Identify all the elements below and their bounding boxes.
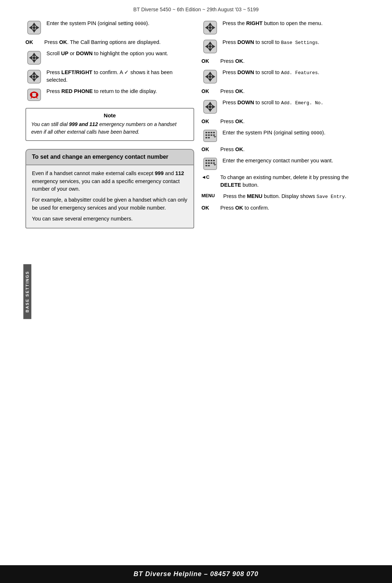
instruction-text: Press the RIGHT button to open the menu. (222, 20, 370, 27)
instruction-text: To change an existing number, delete it … (220, 174, 370, 189)
instruction-row: Press DOWN to scroll to Add. Emerg. No. (201, 99, 370, 114)
phone-icon-cell (25, 88, 43, 101)
svg-rect-63 (208, 160, 210, 161)
instruction-text: Press the MENU button. Display shows Sav… (223, 193, 370, 201)
page-footer: BT Diverse Helpline – 08457 908 070 (0, 565, 392, 583)
keypad-icon (203, 158, 217, 170)
nav-circle-icon (203, 100, 217, 114)
section-heading-text: To set and change an emergency contact n… (32, 153, 188, 161)
main-content: Enter the system PIN (original setting 0… (0, 16, 392, 236)
svg-rect-55 (208, 134, 210, 136)
ok-label: OK (25, 39, 41, 45)
delete-c-label: ◄C (201, 174, 217, 180)
nav-circle-icon (27, 69, 41, 84)
nav-icon-cell (201, 20, 219, 35)
instruction-text: Enter the system PIN (original setting 0… (46, 20, 194, 28)
instruction-text: Press OK. (220, 146, 370, 153)
svg-rect-69 (213, 162, 215, 164)
instruction-text: Press RED PHONE to return to the idle di… (46, 88, 194, 95)
svg-rect-71 (208, 165, 210, 166)
instruction-row: MENU Press the MENU button. Display show… (201, 193, 370, 201)
instruction-row: OK Press OK. The Call Barring options ar… (25, 39, 194, 46)
keypad-icon-cell (201, 157, 219, 170)
instruction-row: Press DOWN to scroll to Base Settings. (201, 39, 370, 54)
side-tab: BASE SETTINGS (23, 264, 31, 319)
red-phone-icon (27, 88, 41, 101)
note-title: Note (31, 112, 188, 118)
svg-rect-64 (211, 160, 212, 161)
section-para-2: For example, a babysitter could be given… (32, 196, 188, 212)
svg-point-48 (209, 105, 212, 108)
svg-point-11 (33, 56, 36, 59)
svg-rect-70 (205, 165, 207, 166)
nav-icon-cell (201, 99, 219, 114)
instruction-text: Scroll UP or DOWN to highlight the optio… (46, 50, 194, 57)
svg-point-30 (209, 26, 212, 29)
instruction-text: Press OK. (220, 88, 370, 95)
section-heading-box: To set and change an emergency contact n… (25, 149, 194, 165)
svg-rect-52 (211, 132, 212, 133)
instruction-row: Press LEFT/RIGHT to confirm. A ✓ shows i… (25, 69, 194, 84)
svg-rect-50 (205, 132, 207, 133)
section-body-box: Even if a handset cannot make external c… (25, 165, 194, 229)
nav-circle-icon (27, 20, 41, 35)
section-para-1: Even if a handset cannot make external c… (32, 170, 188, 193)
svg-rect-53 (213, 132, 215, 133)
svg-rect-56 (211, 134, 212, 136)
keypad-icon (203, 130, 217, 142)
svg-point-17 (33, 75, 36, 78)
svg-rect-54 (205, 134, 207, 136)
svg-rect-68 (211, 162, 212, 164)
note-box: Note You can still dial 999 and 112 emer… (25, 108, 194, 141)
ok-label: OK (201, 57, 217, 64)
section-para-3: You can save several emergency numbers. (32, 215, 188, 223)
ok-label: OK (201, 118, 217, 124)
instruction-row: OK Press OK. (201, 88, 370, 95)
instruction-text: Enter the system PIN (original setting 0… (222, 129, 370, 137)
svg-point-42 (209, 75, 212, 78)
instruction-row: OK Press OK. (201, 118, 370, 125)
nav-icon-cell (201, 39, 219, 54)
nav-circle-icon (27, 50, 41, 65)
nav-circle-icon (203, 69, 217, 84)
instruction-row: OK Press OK. (201, 57, 370, 65)
instruction-row: Enter the system PIN (original setting 0… (25, 20, 194, 35)
keypad-icon-cell (201, 129, 219, 142)
instruction-row: ◄C To change an existing number, delete … (201, 174, 370, 189)
instruction-text: Enter the emergency contact number you w… (222, 157, 370, 165)
instruction-row: Press RED PHONE to return to the idle di… (25, 88, 194, 101)
instruction-text: Press LEFT/RIGHT to confirm. A ✓ shows i… (46, 69, 194, 84)
instruction-text: Press OK. (220, 118, 370, 125)
svg-rect-59 (208, 137, 210, 138)
instruction-row: Scroll UP or DOWN to highlight the optio… (25, 50, 194, 65)
right-column: Press the RIGHT button to open the menu.… (201, 20, 370, 232)
instruction-row: OK Press OK to confirm. (201, 204, 370, 212)
svg-rect-18 (28, 89, 41, 101)
ok-label: OK (201, 88, 217, 94)
instruction-row: Press the RIGHT button to open the menu. (201, 20, 370, 35)
svg-rect-61 (204, 158, 217, 170)
instruction-row: Enter the emergency contact number you w… (201, 157, 370, 170)
nav-circle-icon (203, 20, 217, 35)
instruction-row: Enter the system PIN (original setting 0… (201, 129, 370, 142)
instruction-text: Press DOWN to scroll to Base Settings. (222, 39, 370, 46)
svg-rect-57 (213, 134, 215, 136)
svg-rect-51 (208, 132, 210, 133)
nav-circle-icon (203, 39, 217, 54)
instruction-text: Press DOWN to scroll to Add. Features. (222, 69, 370, 77)
instruction-text: Press OK to confirm. (220, 204, 370, 212)
menu-label: MENU (201, 193, 220, 198)
instruction-text: Press OK. (220, 57, 370, 65)
note-text: You can still dial 999 and 112 emergency… (31, 121, 188, 136)
instruction-row: OK Press OK. (201, 146, 370, 153)
svg-rect-62 (205, 160, 207, 161)
svg-point-5 (33, 26, 36, 29)
page-header: BT Diverse 5450 ~ 6th Edition ~ 29th Aug… (0, 0, 392, 16)
svg-rect-67 (208, 162, 210, 164)
left-column: Enter the system PIN (original setting 0… (25, 20, 194, 232)
svg-rect-49 (204, 130, 217, 142)
nav-icon-cell (201, 69, 219, 84)
instruction-text: Press OK. The Call Barring options are d… (44, 39, 194, 46)
instruction-row: Press DOWN to scroll to Add. Features. (201, 69, 370, 84)
ok-label: OK (201, 204, 217, 211)
